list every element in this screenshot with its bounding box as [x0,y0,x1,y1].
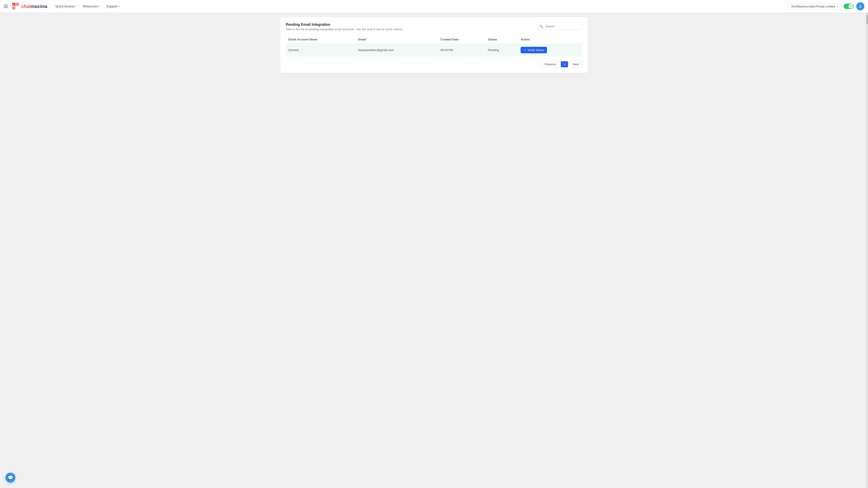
main-nav: Quick Access ▾ Resources ▾ Support ▾ [53,3,788,9]
chevron-down-icon: ▾ [99,5,100,8]
search-icon: 🔍 [539,25,543,28]
avatar[interactable]: C [856,2,864,10]
page-number-1[interactable]: 1 [561,61,568,67]
col-email-account-name: Email Account Name [286,35,355,43]
chat-bubble-button[interactable]: 💬 [5,473,16,483]
col-email: Email [355,35,438,43]
svg-rect-2 [16,3,19,6]
page-subtitle: Here is the list of pending intergrated … [286,28,403,31]
col-status: Status [485,35,518,43]
logo-text: chatmaxima [21,4,48,9]
cell-email: hariyatsolution@gmail.com [355,43,438,57]
pending-email-card: Pending Email Integration Here is the li… [280,17,588,73]
col-created-date: Created Date [438,35,485,43]
card-header: Pending Email Integration Here is the li… [286,23,582,31]
email-table: Email Account Name Email Created Date St… [286,35,582,57]
chat-bubble-icon: 💬 [8,475,13,480]
checkmark-icon: ✓ [524,48,526,52]
logo[interactable]: c chatmaxima [12,2,48,10]
col-action: Action [518,35,582,43]
nav-support[interactable]: Support ▾ [104,3,122,9]
table-body: Dominic hariyatsolution@gmail.com 09:54 … [286,43,582,57]
search-input[interactable] [537,23,582,30]
page-title: Pending Email Integration [286,23,403,27]
logo-icon: c [12,2,20,10]
header-right: TechMaxima India Private Limited ▾ C [788,2,864,10]
pagination: Previous 1 Next [286,61,582,68]
svg-text:c: c [13,3,14,6]
previous-button[interactable]: Previous [541,61,560,68]
main-content: Pending Email Integration Here is the li… [276,13,592,77]
scrollbar[interactable] [866,13,868,488]
settings-toggle[interactable] [844,4,854,9]
chevron-down-icon: ▾ [837,5,838,8]
company-selector[interactable]: TechMaxima India Private Limited ▾ [788,3,841,10]
company-name: TechMaxima India Private Limited [791,5,835,8]
header: c chatmaxima Quick Access ▾ Resources ▾ … [0,0,868,13]
table-row: Dominic hariyatsolution@gmail.com 09:54 … [286,43,582,57]
cell-email-account-name: Dominic [286,43,355,57]
card-title-section: Pending Email Integration Here is the li… [286,23,403,31]
table-header: Email Account Name Email Created Date St… [286,35,582,43]
nav-quick-access[interactable]: Quick Access ▾ [53,3,79,9]
cell-action: ✓ Verify Status [518,43,582,57]
scrollbar-thumb [866,15,868,24]
next-button[interactable]: Next [569,61,582,68]
svg-rect-1 [12,6,16,9]
cell-created-date: 09:54 PM [438,43,485,57]
chevron-down-icon: ▾ [75,5,76,8]
nav-resources[interactable]: Resources ▾ [80,3,103,9]
search-box: 🔍 [537,23,582,30]
cell-status: Pending [485,43,518,57]
toggle-knob [848,4,853,8]
verify-status-button[interactable]: ✓ Verify Status [521,47,547,53]
hamburger-menu[interactable] [4,5,8,8]
chevron-down-icon: ▾ [119,5,120,8]
